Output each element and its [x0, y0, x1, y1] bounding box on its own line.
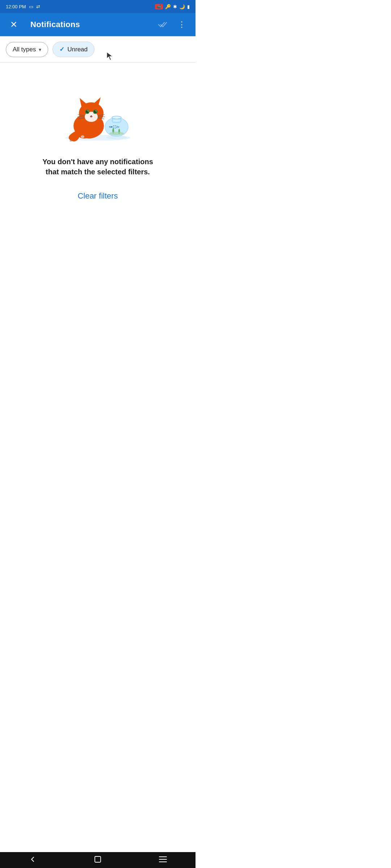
all-types-filter[interactable]: All types ▾ [6, 42, 48, 57]
wifi-icon: ⇄ [36, 4, 40, 9]
svg-point-10 [87, 111, 88, 112]
unread-label: Unread [67, 46, 88, 53]
moon-icon: 🌙 [179, 4, 185, 9]
chevron-down-icon: ▾ [39, 47, 41, 52]
filter-row: All types ▾ ✓ Unread [0, 37, 196, 62]
unread-filter[interactable]: ✓ Unread [52, 42, 94, 57]
page-title: Notifications [30, 20, 155, 29]
video-camera-icon: 📹 [155, 4, 163, 9]
bluetooth-icon: ✱ [173, 4, 177, 9]
status-bar: 12:00 PM ▭ ⇄ 📹 🔑 ✱ 🌙 ▮ [0, 0, 196, 13]
svg-point-29 [109, 132, 124, 135]
svg-point-24 [81, 135, 84, 138]
more-options-button[interactable]: ⋮ [174, 17, 190, 33]
svg-point-14 [88, 111, 88, 111]
video-icon: ▭ [29, 4, 33, 9]
all-types-label: All types [13, 46, 36, 53]
battery-icon: ▮ [187, 4, 190, 9]
check-icon: ✓ [59, 46, 64, 53]
empty-illustration [58, 84, 138, 142]
svg-point-15 [96, 111, 96, 111]
svg-point-30 [106, 136, 127, 139]
cat-fishbowl-svg [58, 84, 138, 142]
svg-point-28 [113, 119, 121, 122]
empty-state: You don't have any notifications that ma… [0, 63, 196, 218]
svg-point-27 [112, 116, 121, 119]
cursor-overlay [106, 51, 114, 62]
svg-point-13 [95, 111, 96, 112]
key-icon: 🔑 [165, 4, 171, 9]
clear-filters-button[interactable]: Clear filters [72, 188, 123, 204]
mark-all-read-button[interactable] [155, 17, 171, 33]
app-bar-actions: ⋮ [155, 17, 190, 33]
time-display: 12:00 PM [6, 4, 26, 9]
cursor-icon [106, 51, 114, 61]
close-button[interactable]: ✕ [6, 17, 22, 33]
app-bar: ✕ Notifications ⋮ [0, 13, 196, 36]
double-check-icon [158, 21, 168, 28]
empty-message: You don't have any notifications that ma… [40, 157, 156, 177]
status-left: 12:00 PM ▭ ⇄ [6, 4, 40, 9]
status-right: 📹 🔑 ✱ 🌙 ▮ [155, 4, 190, 9]
